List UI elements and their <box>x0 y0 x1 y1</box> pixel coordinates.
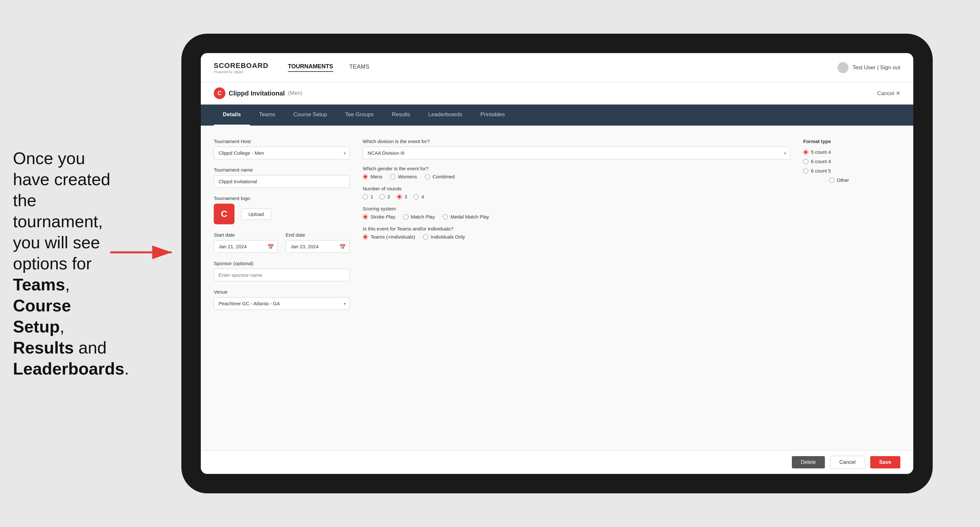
venue-select[interactable]: Peachtree GC - Atlanta - GA <box>214 297 350 310</box>
logo-upload: C Upload <box>214 204 350 224</box>
venue-select-wrapper: Peachtree GC - Atlanta - GA <box>214 297 350 310</box>
rounds-4[interactable]: 4 <box>414 194 424 199</box>
start-date-wrapper: 📅 <box>214 240 278 253</box>
scoring-label: Scoring system <box>363 206 790 211</box>
scoring-radio-group: Stroke Play Match Play Medal Match Play <box>363 214 790 219</box>
col-left: Tournament Host Clippd College - Men Tou… <box>214 138 350 437</box>
division-select[interactable]: NCAA Division III <box>363 147 790 159</box>
sponsor-group: Sponsor (optional) <box>214 260 350 281</box>
date-row: Start date 📅 End date 📅 <box>214 232 350 253</box>
start-date-label: Start date <box>214 232 278 238</box>
top-nav-left: SCOREBOARD Powered by clippd TOURNAMENTS… <box>214 62 369 74</box>
main-content: Tournament Host Clippd College - Men Tou… <box>201 125 913 450</box>
gender-group: Which gender is the event for? Mens Wome… <box>363 166 790 179</box>
logo-title: SCOREBOARD <box>214 62 269 70</box>
gender-combined[interactable]: Combined <box>425 174 455 179</box>
arrow-indicator <box>107 240 178 267</box>
teams-radio-group: Teams (+Individuals) Individuals Only <box>363 234 790 240</box>
delete-button[interactable]: Delete <box>792 456 825 468</box>
tab-results[interactable]: Results <box>383 105 419 125</box>
host-select[interactable]: Clippd College - Men <box>214 147 350 159</box>
scoring-stroke[interactable]: Stroke Play <box>363 214 395 219</box>
tournament-type: (Men) <box>288 90 302 97</box>
logo-subtitle: Powered by clippd <box>214 70 269 74</box>
rounds-group: Number of rounds 1 2 3 4 <box>363 186 790 199</box>
scoring-match[interactable]: Match Play <box>403 214 435 219</box>
division-group: Which division is the event for? NCAA Di… <box>363 138 790 159</box>
rounds-radio-group: 1 2 3 4 <box>363 194 790 199</box>
format-5count4[interactable]: 5 count 4 <box>803 149 900 155</box>
gender-label: Which gender is the event for? <box>363 166 790 171</box>
start-date-input[interactable] <box>214 240 278 253</box>
tournament-icon: C <box>214 87 225 99</box>
scoring-group: Scoring system Stroke Play Match Play Me… <box>363 206 790 219</box>
division-select-wrapper: NCAA Division III <box>363 147 790 159</box>
logo-label: Tournament logo <box>214 195 350 201</box>
col-right: Format type 5 count 4 6 count 4 6 count … <box>803 138 900 437</box>
teams-label: Is this event for Teams and/or Individua… <box>363 226 790 232</box>
name-input[interactable] <box>214 175 350 188</box>
tournament-name: Clippd Invitational <box>229 90 285 97</box>
rounds-label: Number of rounds <box>363 186 790 191</box>
tab-nav: Details Teams Course Setup Tee Groups Re… <box>201 105 913 125</box>
cancel-x-button[interactable]: Cancel ✕ <box>877 90 900 97</box>
col-middle: Which division is the event for? NCAA Di… <box>363 138 790 437</box>
tab-course-setup[interactable]: Course Setup <box>284 105 336 125</box>
format-other[interactable]: Other <box>829 178 900 183</box>
tab-details[interactable]: Details <box>214 105 250 125</box>
tab-leaderboards[interactable]: Leaderboards <box>419 105 471 125</box>
upload-button[interactable]: Upload <box>241 208 271 220</box>
rounds-3[interactable]: 3 <box>397 194 407 199</box>
venue-group: Venue Peachtree GC - Atlanta - GA <box>214 289 350 310</box>
individuals-only[interactable]: Individuals Only <box>423 234 465 240</box>
format-6count5[interactable]: 6 count 5 <box>803 168 900 173</box>
tab-printables[interactable]: Printables <box>471 105 514 125</box>
gender-womens[interactable]: Womens <box>390 174 417 179</box>
tournament-title: C Clippd Invitational (Men) <box>214 87 302 99</box>
teams-plus-individuals[interactable]: Teams (+Individuals) <box>363 234 415 240</box>
top-nav-right: Test User | Sign out <box>837 62 900 73</box>
sponsor-input[interactable] <box>214 269 350 281</box>
cancel-button[interactable]: Cancel <box>830 456 865 469</box>
gender-radio-group: Mens Womens Combined <box>363 174 790 179</box>
tournament-header: C Clippd Invitational (Men) Cancel ✕ <box>201 82 913 105</box>
teams-group: Is this event for Teams and/or Individua… <box>363 226 790 240</box>
logo-group: Tournament logo C Upload <box>214 195 350 224</box>
format-section: Format type 5 count 4 6 count 4 6 count … <box>803 138 900 183</box>
venue-label: Venue <box>214 289 350 295</box>
tab-tee-groups[interactable]: Tee Groups <box>336 105 383 125</box>
division-label: Which division is the event for? <box>363 138 790 144</box>
end-date-label: End date <box>286 232 350 238</box>
tablet-device: SCOREBOARD Powered by clippd TOURNAMENTS… <box>181 34 933 493</box>
gender-mens[interactable]: Mens <box>363 174 382 179</box>
start-date-group: Start date 📅 <box>214 232 278 253</box>
logo-area: SCOREBOARD Powered by clippd <box>214 62 269 74</box>
nav-link-tournaments[interactable]: TOURNAMENTS <box>288 63 333 72</box>
scoring-medal[interactable]: Medal Match Play <box>443 214 489 219</box>
sponsor-label: Sponsor (optional) <box>214 260 350 266</box>
tab-teams[interactable]: Teams <box>250 105 284 125</box>
nav-link-teams[interactable]: TEAMS <box>350 63 369 71</box>
top-nav: SCOREBOARD Powered by clippd TOURNAMENTS… <box>201 53 913 82</box>
end-date-input[interactable] <box>286 240 350 253</box>
logo-preview: C <box>214 204 234 224</box>
format-title: Format type <box>803 138 900 144</box>
host-group: Tournament Host Clippd College - Men <box>214 138 350 159</box>
name-label: Tournament name <box>214 167 350 173</box>
avatar <box>837 62 848 73</box>
host-label: Tournament Host <box>214 138 350 144</box>
end-date-wrapper: 📅 <box>286 240 350 253</box>
user-sign-out[interactable]: Test User | Sign out <box>853 64 900 71</box>
rounds-1[interactable]: 1 <box>363 194 373 199</box>
host-select-wrapper: Clippd College - Men <box>214 147 350 159</box>
rounds-2[interactable]: 2 <box>380 194 390 199</box>
end-date-group: End date 📅 <box>286 232 350 253</box>
bottom-bar: Delete Cancel Save <box>201 450 913 474</box>
format-6count4[interactable]: 6 count 4 <box>803 159 900 164</box>
tablet-screen: SCOREBOARD Powered by clippd TOURNAMENTS… <box>201 53 913 474</box>
name-group: Tournament name <box>214 167 350 188</box>
save-button[interactable]: Save <box>870 456 900 468</box>
nav-links: TOURNAMENTS TEAMS <box>288 63 369 72</box>
